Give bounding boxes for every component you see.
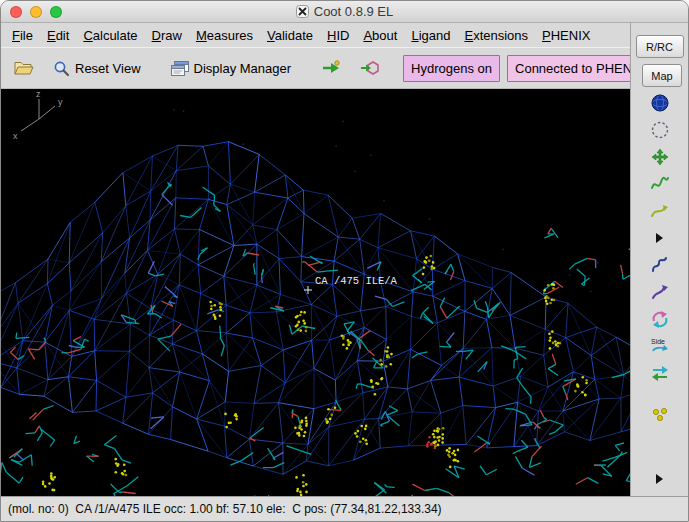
reset-view-label: Reset View bbox=[75, 61, 141, 76]
axes-gizmo: z y x bbox=[13, 89, 63, 141]
menu-about[interactable]: About bbox=[356, 25, 404, 46]
sphere-icon bbox=[650, 93, 670, 113]
right-triangle-icon bbox=[656, 233, 663, 243]
menu-validate[interactable]: Validate bbox=[260, 25, 320, 46]
reset-view-button[interactable]: Reset View bbox=[46, 54, 148, 83]
display-manager-button[interactable]: Display Manager bbox=[164, 55, 299, 82]
menu-hid[interactable]: HID bbox=[320, 25, 356, 46]
map-button[interactable]: Map bbox=[642, 64, 682, 87]
yellow-atoms-icon bbox=[650, 405, 670, 425]
window-title: Coot 0.8.9 EL bbox=[314, 4, 394, 19]
scene-svg: z y x CA /475 ILE/A bbox=[1, 89, 630, 496]
rotamer-squiggle-icon bbox=[650, 255, 670, 275]
goto-atom-button[interactable] bbox=[314, 53, 348, 83]
edit-chi-angles-button[interactable] bbox=[647, 281, 673, 303]
atom-label: CA /475 ILE/A bbox=[315, 275, 398, 287]
chi-squiggle-icon bbox=[650, 282, 670, 302]
side-chain-flip-button[interactable]: Side bbox=[647, 335, 673, 357]
axis-y-label: y bbox=[58, 97, 63, 107]
goto-ligand-button[interactable] bbox=[353, 53, 387, 83]
sphere-radius-button[interactable] bbox=[647, 119, 673, 141]
right-triangle-icon bbox=[656, 474, 663, 484]
minimize-button[interactable] bbox=[30, 6, 42, 18]
toolbar-overflow-button[interactable] bbox=[647, 227, 673, 249]
display-manager-icon bbox=[171, 61, 189, 76]
menu-edit[interactable]: Edit bbox=[40, 25, 76, 46]
swap-view-button[interactable] bbox=[647, 362, 673, 384]
magnifier-icon bbox=[53, 60, 70, 77]
menu-file[interactable]: File bbox=[5, 25, 40, 46]
flip-peptide-button[interactable] bbox=[647, 308, 673, 330]
sidebar-expander-button[interactable] bbox=[647, 468, 673, 490]
traffic-lights bbox=[10, 6, 62, 18]
rigid-body-fit-button[interactable] bbox=[647, 146, 673, 168]
coot-window: Coot 0.8.9 EL File Edit Calculate Draw M… bbox=[0, 0, 689, 522]
jiggle-fit-button[interactable] bbox=[647, 404, 673, 426]
goto-ligand-icon bbox=[360, 59, 380, 77]
menu-calculate[interactable]: Calculate bbox=[76, 25, 144, 46]
menu-ligand[interactable]: Ligand bbox=[404, 25, 457, 46]
menu-measures[interactable]: Measures bbox=[189, 25, 260, 46]
open-coordinates-button[interactable] bbox=[7, 54, 41, 82]
display-manager-label: Display Manager bbox=[194, 61, 292, 76]
side-flip-label: Side bbox=[651, 338, 665, 345]
goto-atom-icon bbox=[321, 59, 341, 77]
hydrogens-toggle[interactable]: Hydrogens on bbox=[403, 55, 500, 82]
menu-draw[interactable]: Draw bbox=[145, 25, 189, 46]
axis-z-label: z bbox=[36, 89, 41, 99]
density-mesh-and-model bbox=[1, 109, 630, 496]
refine-squiggle-icon bbox=[650, 174, 670, 194]
status-text: (mol. no: 0) CA /1/A/475 ILE occ: 1.00 b… bbox=[8, 502, 442, 516]
refine-regularize-control-button[interactable]: R/RC bbox=[636, 35, 684, 58]
menu-extensions[interactable]: Extensions bbox=[457, 25, 535, 46]
swap-arrows-icon bbox=[650, 363, 670, 383]
graphics-viewport[interactable]: z y x CA /475 ILE/A bbox=[1, 89, 630, 496]
menubar: File Edit Calculate Draw Measures Valida… bbox=[1, 23, 630, 47]
menu-phenix[interactable]: PHENIX bbox=[535, 25, 597, 46]
move-cross-icon bbox=[650, 147, 670, 167]
titlebar: Coot 0.8.9 EL bbox=[1, 1, 688, 23]
sphere-refine-button[interactable] bbox=[647, 92, 673, 114]
regularize-zone-button[interactable] bbox=[647, 200, 673, 222]
x11-app-icon bbox=[296, 5, 309, 18]
axis-x-label: x bbox=[13, 131, 18, 141]
rotation-centre-cross bbox=[304, 286, 312, 294]
close-button[interactable] bbox=[10, 6, 22, 18]
auto-fit-rotamer-button[interactable] bbox=[647, 254, 673, 276]
main-toolbar: Reset View Display Manager bbox=[1, 47, 630, 89]
status-bar: (mol. no: 0) CA /1/A/475 ILE occ: 1.00 b… bbox=[1, 496, 688, 521]
window-title-area: Coot 0.8.9 EL bbox=[1, 1, 688, 22]
dashed-circle-icon bbox=[650, 120, 670, 140]
flip-arrows-icon bbox=[650, 309, 670, 329]
side-chain-flip-icon: Side bbox=[649, 336, 671, 356]
open-folder-icon bbox=[14, 60, 34, 76]
real-space-refine-button[interactable] bbox=[647, 173, 673, 195]
modelling-sidebar: R/RC Map bbox=[630, 23, 688, 496]
zoom-button[interactable] bbox=[50, 6, 62, 18]
regularize-squiggle-icon bbox=[650, 201, 670, 221]
